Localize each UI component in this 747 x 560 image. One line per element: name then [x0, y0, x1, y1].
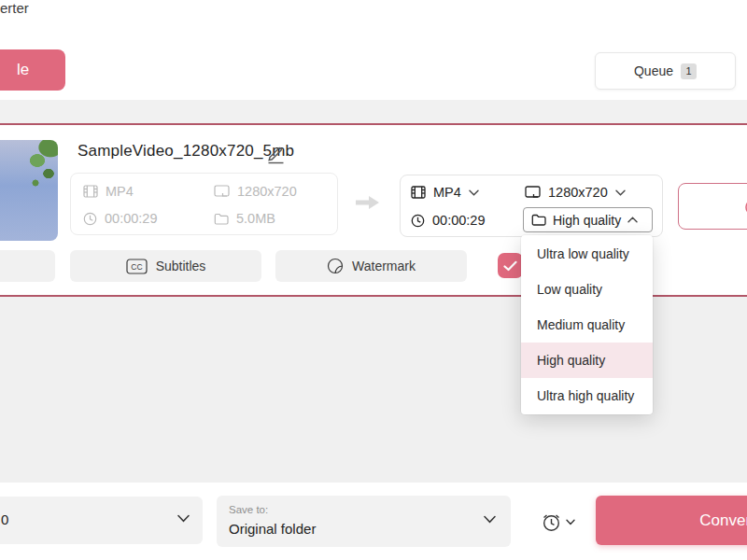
save-to-label: Save to:: [229, 504, 268, 515]
queue-count-badge: 1: [681, 63, 697, 79]
add-file-button[interactable]: le: [0, 49, 65, 91]
menu-item-ultra-low-quality[interactable]: Ultra low quality: [521, 236, 653, 272]
chevron-down-icon: [566, 519, 575, 525]
output-resolution-dropdown[interactable]: 1280x720: [525, 185, 626, 200]
menu-item-ultra-high-quality[interactable]: Ultra high quality: [521, 378, 653, 413]
source-format: MP4: [83, 184, 134, 199]
output-preset-value: 0: [1, 511, 8, 527]
menu-item-high-quality[interactable]: High quality: [521, 343, 653, 378]
arrow-right-icon: [353, 192, 383, 213]
header-divider: [0, 123, 747, 125]
edit-name-button[interactable]: [266, 142, 289, 166]
save-to-dropdown[interactable]: Save to: Original folder: [217, 496, 511, 547]
chevron-down-icon: [177, 514, 190, 523]
item-action-button[interactable]: [678, 183, 747, 230]
clock-icon: [83, 212, 97, 226]
item-checkbox[interactable]: [498, 253, 523, 278]
output-duration: 00:00:29: [411, 213, 485, 228]
queue-label: Queue: [634, 63, 673, 78]
chevron-down-icon: [615, 189, 626, 196]
svg-text:CC: CC: [131, 262, 142, 272]
monitor-icon: [525, 186, 541, 199]
video-thumbnail: [0, 140, 58, 241]
folder-icon: [531, 214, 546, 226]
menu-item-medium-quality[interactable]: Medium quality: [521, 307, 653, 343]
output-settings-box: MP4 1280x720 00:00:29: [400, 175, 663, 237]
file-name: SampleVideo_1280x720_5mb: [78, 142, 294, 161]
chevron-up-icon: [627, 217, 638, 223]
convert-label: Convert: [699, 511, 747, 530]
source-resolution: 1280x720: [214, 184, 297, 199]
output-preset-dropdown[interactable]: 0: [0, 497, 203, 544]
clock-icon: [411, 214, 425, 228]
film-icon: [411, 186, 426, 199]
cc-icon: CC: [126, 259, 148, 274]
edit-pencil-icon: [266, 144, 289, 165]
film-icon: [83, 185, 98, 198]
chevron-down-icon: [469, 189, 479, 196]
quality-menu: Ultra low quality Low quality Medium qua…: [521, 235, 653, 414]
watermark-sticker-icon: [327, 258, 344, 274]
source-size: 5.0MB: [214, 211, 275, 226]
save-to-value: Original folder: [229, 521, 316, 537]
monitor-icon: [214, 185, 230, 198]
quality-select[interactable]: High quality: [523, 207, 653, 232]
header-band: [0, 100, 747, 123]
menu-item-low-quality[interactable]: Low quality: [521, 272, 653, 307]
source-info-box: MP4 1280x720 00:00:29: [70, 173, 338, 235]
source-duration: 00:00:29: [83, 211, 157, 226]
watermark-button[interactable]: Watermark: [275, 250, 467, 282]
queue-button[interactable]: Queue 1: [595, 52, 736, 90]
video-converter-window: erter le Queue 1 SampleVideo_1280x720_5m…: [0, 0, 747, 560]
app-title: erter: [0, 0, 29, 16]
subtitles-label: Subtitles: [156, 259, 206, 273]
add-file-label: le: [0, 61, 29, 78]
chevron-down-icon: [484, 515, 496, 524]
checkmark-icon: [503, 260, 517, 272]
convert-button[interactable]: Convert: [596, 496, 747, 545]
watermark-label: Watermark: [352, 259, 416, 273]
subtitles-button[interactable]: CC Subtitles: [70, 250, 261, 282]
folder-icon: [214, 213, 229, 225]
quality-select-value: High quality: [553, 213, 621, 228]
alarm-clock-icon: [540, 511, 563, 534]
output-format-dropdown[interactable]: MP4: [411, 185, 479, 200]
toolbar-partial-button[interactable]: [0, 250, 55, 282]
schedule-button[interactable]: [540, 508, 583, 536]
